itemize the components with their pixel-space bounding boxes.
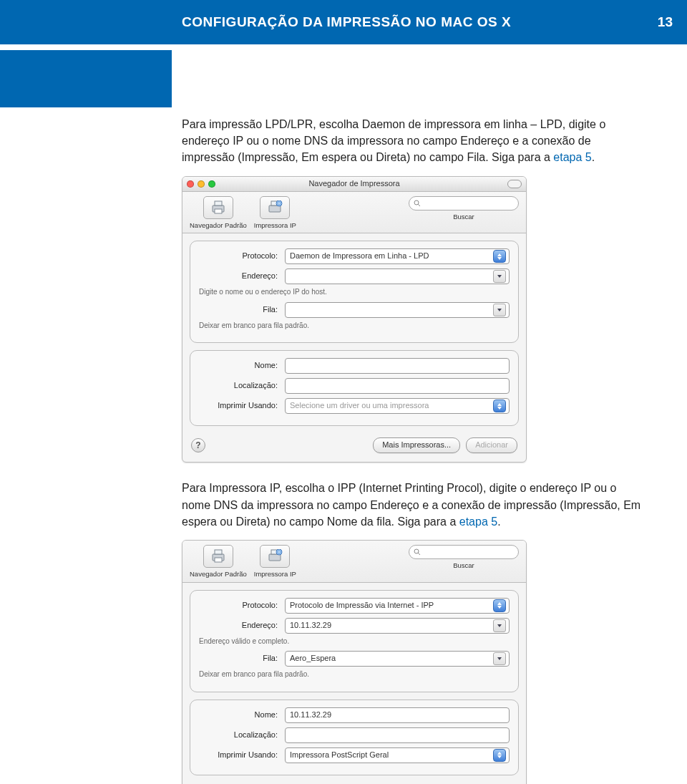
updown-icon: [493, 250, 506, 263]
updown-icon: [493, 749, 506, 762]
dropdown-icon[interactable]: [493, 619, 506, 632]
svg-rect-1: [215, 201, 222, 205]
address-hint: Digite o nome ou o endereço IP do host.: [199, 287, 510, 298]
name-label: Nome:: [199, 360, 278, 372]
queue-hint: Deixar em branco para fila padrão.: [199, 669, 510, 680]
add-button[interactable]: Adicionar: [466, 437, 517, 453]
dropdown-icon[interactable]: [493, 652, 506, 665]
toolbar-label: Buscar: [453, 561, 474, 571]
toolbar-label: Impressora IP: [254, 221, 296, 231]
svg-rect-9: [215, 550, 222, 554]
titlebar: Navegador de Impressora: [182, 177, 526, 192]
queue-label: Fila:: [199, 653, 278, 664]
help-button[interactable]: ?: [191, 438, 205, 453]
printer-browser-window-lpd: Navegador de Impressora Navegador Padrão: [182, 176, 527, 463]
input-value: 10.11.32.29: [290, 710, 331, 721]
search-input[interactable]: [409, 196, 519, 210]
svg-rect-10: [215, 558, 222, 562]
updown-icon: [493, 599, 506, 612]
link-step5[interactable]: etapa 5: [553, 151, 591, 163]
address-label: Endereço:: [199, 620, 278, 631]
queue-label: Fila:: [199, 304, 278, 316]
paragraph-lpd: Para impressão LPD/LPR, escolha Daemon d…: [182, 116, 644, 166]
dropdown-icon[interactable]: [493, 304, 506, 316]
name-field[interactable]: [285, 358, 510, 374]
text-fragment: .: [497, 516, 500, 528]
text-fragment: Para Impressora IP, escolha o IPP (Inter…: [182, 482, 640, 527]
ip-printer-button[interactable]: [260, 545, 290, 568]
queue-hint: Deixar em branco para fila padrão.: [199, 321, 510, 331]
input-value: 10.11.32.29: [290, 620, 331, 631]
text-fragment: Para impressão LPD/LPR, escolha Daemon d…: [182, 118, 605, 163]
location-field[interactable]: [285, 727, 510, 743]
search-icon: [414, 200, 421, 207]
printer-browser-window-ipp: Navegador Padrão Impressora IP Buscar: [182, 540, 527, 784]
default-browser-button[interactable]: [203, 196, 233, 219]
search-icon: [414, 548, 421, 556]
combo-value: Protocolo de Impressão via Internet - IP…: [290, 600, 434, 611]
print-using-label: Imprimir Usando:: [199, 400, 278, 412]
ip-printer-button[interactable]: [260, 196, 290, 219]
queue-field[interactable]: [285, 302, 510, 318]
address-field[interactable]: 10.11.32.29: [285, 618, 510, 634]
queue-field[interactable]: Aero_Espera: [285, 651, 510, 667]
name-label: Nome:: [199, 710, 278, 721]
print-using-combo[interactable]: Selecione um driver ou uma impressora: [285, 398, 510, 414]
svg-line-15: [418, 553, 420, 555]
location-field[interactable]: [285, 378, 510, 394]
address-field[interactable]: [285, 268, 510, 284]
more-printers-button[interactable]: Mais Impressoras...: [373, 437, 460, 453]
combo-value: Impressora PostScript Geral: [290, 750, 389, 761]
svg-line-7: [418, 204, 420, 206]
toolbar-label: Impressora IP: [254, 569, 296, 579]
dropdown-icon[interactable]: [493, 270, 506, 283]
link-step5[interactable]: etapa 5: [459, 516, 497, 528]
window-title: Navegador de Impressora: [182, 178, 526, 190]
toolbar-label: Buscar: [453, 212, 474, 222]
protocol-label: Protocolo:: [199, 251, 278, 262]
text-fragment: .: [592, 151, 595, 163]
toolbar-label: Navegador Padrão: [190, 569, 247, 579]
search-input[interactable]: [409, 545, 519, 559]
paragraph-ipp: Para Impressora IP, escolha o IPP (Inter…: [182, 480, 644, 530]
location-label: Localização:: [199, 380, 278, 392]
address-hint: Endereço válido e completo.: [199, 637, 510, 647]
location-label: Localização:: [199, 730, 278, 741]
default-browser-button[interactable]: [203, 545, 233, 568]
svg-rect-2: [215, 209, 222, 213]
protocol-combo[interactable]: Daemon de Impressora em Linha - LPD: [285, 248, 510, 264]
print-using-label: Imprimir Usando:: [199, 750, 278, 761]
protocol-label: Protocolo:: [199, 600, 278, 611]
combo-value: Daemon de Impressora em Linha - LPD: [290, 251, 429, 262]
print-using-combo[interactable]: Impressora PostScript Geral: [285, 747, 510, 763]
toolbar-toggle-icon[interactable]: [507, 180, 522, 188]
svg-point-14: [414, 549, 419, 553]
input-value: Aero_Espera: [290, 653, 336, 664]
name-field[interactable]: 10.11.32.29: [285, 707, 510, 723]
page-number: 13: [658, 14, 673, 30]
combo-value: Selecione um driver ou uma impressora: [290, 400, 429, 412]
page-title: CONFIGURAÇÃO DA IMPRESSÃO NO MAC OS X: [182, 14, 511, 30]
svg-point-6: [414, 200, 419, 205]
address-label: Endereço:: [199, 271, 278, 282]
protocol-combo[interactable]: Protocolo de Impressão via Internet - IP…: [285, 598, 510, 614]
updown-icon: [493, 400, 506, 412]
toolbar-label: Navegador Padrão: [190, 221, 247, 231]
